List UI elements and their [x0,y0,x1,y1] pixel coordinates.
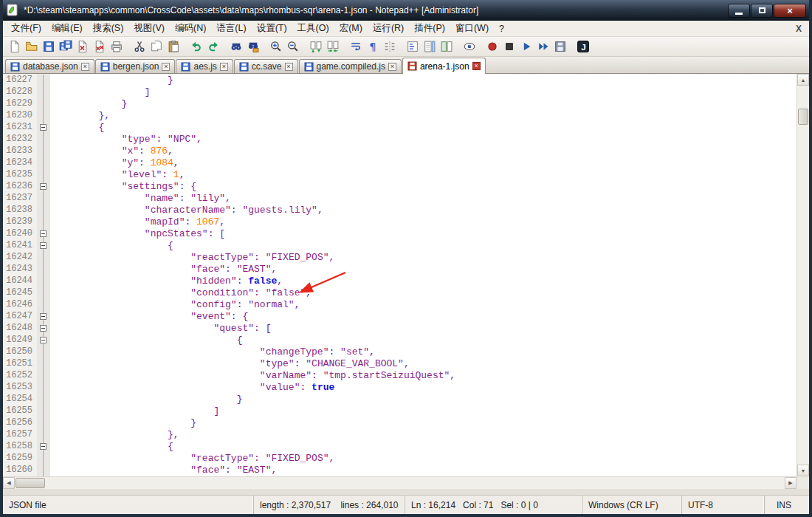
save-file-button[interactable] [40,38,57,55]
jstool-json-button[interactable]: J [574,38,591,55]
macro-save-button[interactable] [551,38,568,55]
code-line[interactable]: "reactType": "FIXED_POS", [52,252,796,264]
code-line[interactable]: "npcStates": [ [52,228,796,240]
word-wrap-button[interactable] [347,38,364,55]
tab-close-button[interactable]: × [388,63,396,71]
line-number[interactable]: 16238 [3,205,37,216]
document-switcher-button[interactable] [438,38,455,55]
macro-run-multiple-button[interactable] [534,38,551,55]
code-line[interactable]: "quest": [ [52,323,796,335]
code-line[interactable]: "varName": "tmp.startSeizuiQuest", [52,370,796,382]
line-number[interactable]: 16239 [3,216,37,228]
tab-game-compiled-js[interactable]: game.compiled.js× [299,59,402,73]
code-line[interactable]: { [52,240,796,252]
tab-close-button[interactable]: × [81,63,89,71]
menu-item[interactable]: 窗口(W) [450,21,494,36]
line-number[interactable]: 16258 [3,441,37,453]
line-number[interactable]: 16246 [3,299,37,311]
tab-cc-save[interactable]: cc.save× [234,59,298,73]
macro-play-button[interactable] [517,38,534,55]
line-number[interactable]: 16256 [3,417,37,429]
line-number[interactable]: 16235 [3,169,37,181]
line-number[interactable]: 16232 [3,134,37,145]
tab-arena-1-json[interactable]: arena-1.json× [402,58,486,74]
code-line[interactable]: }, [52,429,796,441]
code-line[interactable]: "event": { [52,311,796,323]
fold-collapse-icon[interactable] [40,443,47,450]
replace-button[interactable] [244,38,261,55]
line-number[interactable]: 16257 [3,429,37,441]
menubar-close-button[interactable]: X [796,24,802,34]
line-number[interactable]: 16236 [3,181,37,193]
line-number[interactable]: 16255 [3,405,37,417]
tab-close-button[interactable]: × [162,63,170,71]
menu-item[interactable]: 编码(N) [170,21,211,36]
tab-database-json[interactable]: database.json× [5,59,94,73]
line-number[interactable]: 16250 [3,346,37,358]
horizontal-scrollbar[interactable]: ◀ ▶ [3,476,796,489]
line-number[interactable]: 16248 [3,323,37,335]
tab-bergen-json[interactable]: bergen.json× [95,59,176,73]
menu-item[interactable]: 编辑(E) [47,21,88,36]
code-line[interactable]: ] [52,86,796,98]
code-line[interactable]: "face": "EAST", [52,465,796,476]
vertical-scrollbar-thumb[interactable] [798,109,808,125]
cut-button[interactable] [131,38,148,55]
menu-item[interactable]: 视图(V) [128,21,170,36]
scroll-left-button[interactable]: ◀ [3,477,15,489]
code-line[interactable]: } [52,75,796,86]
line-number[interactable]: 16243 [3,264,37,275]
zoom-out-button[interactable] [284,38,301,55]
open-file-button[interactable] [23,38,40,55]
code-line[interactable]: ] [52,405,796,417]
print-button[interactable] [108,38,125,55]
line-number[interactable]: 16230 [3,110,37,122]
menu-item[interactable]: 运行(R) [368,21,409,36]
monitoring-button[interactable] [461,38,478,55]
tab-close-button[interactable]: × [285,63,293,71]
zoom-in-button[interactable] [267,38,284,55]
code-line[interactable]: "settings": { [52,181,796,193]
tab-close-button[interactable]: × [472,62,481,70]
code-line[interactable]: "hidden": false, [52,275,796,287]
fold-collapse-icon[interactable] [40,124,47,131]
code-line[interactable]: { [52,122,796,134]
code-line[interactable]: "mapId": 1067, [52,216,796,228]
menu-item[interactable]: 设置(T) [252,21,292,36]
code-line[interactable]: "x": 876, [52,145,796,157]
line-number[interactable]: 16241 [3,240,37,252]
line-number[interactable]: 16252 [3,370,37,382]
menu-item[interactable]: 搜索(S) [88,21,129,36]
sync-vertical-scroll-button[interactable] [307,38,324,55]
code-line[interactable]: "characterName": "guests.lily", [52,205,796,216]
close-file-button[interactable] [74,38,91,55]
show-all-characters-button[interactable]: ¶ [364,38,381,55]
scroll-up-button[interactable]: ▲ [797,74,809,86]
tab-close-button[interactable]: × [220,63,228,71]
code-line[interactable]: "level": 1, [52,169,796,181]
code-area[interactable]: } ] } }, { "type": "NPC", "x": 876, "y":… [50,74,796,476]
fold-collapse-icon[interactable] [40,313,47,320]
horizontal-scrollbar-thumb[interactable] [16,478,45,488]
close-all-button[interactable] [91,38,108,55]
fold-collapse-icon[interactable] [40,325,47,332]
fold-collapse-icon[interactable] [40,230,47,237]
status-insert-mode[interactable]: INS [765,496,809,514]
line-number[interactable]: 16253 [3,382,37,394]
line-number[interactable]: 16245 [3,287,37,299]
line-number[interactable]: 16233 [3,145,37,157]
scroll-down-button[interactable]: ▼ [797,465,809,476]
menu-item[interactable]: 插件(P) [409,21,450,36]
menu-item[interactable]: 文件(F) [6,21,47,36]
scroll-right-button[interactable]: ▶ [785,477,796,489]
code-line[interactable]: "reactType": "FIXED_POS", [52,453,796,465]
code-line[interactable]: }, [52,110,796,122]
line-number[interactable]: 16227 [3,75,37,86]
line-number[interactable]: 16244 [3,275,37,287]
sync-horizontal-scroll-button[interactable] [324,38,341,55]
fold-collapse-icon[interactable] [40,242,47,249]
app-icon[interactable] [6,4,19,17]
macro-stop-button[interactable] [500,38,517,55]
copy-button[interactable] [148,38,165,55]
code-line[interactable]: "type": "NPC", [52,134,796,145]
